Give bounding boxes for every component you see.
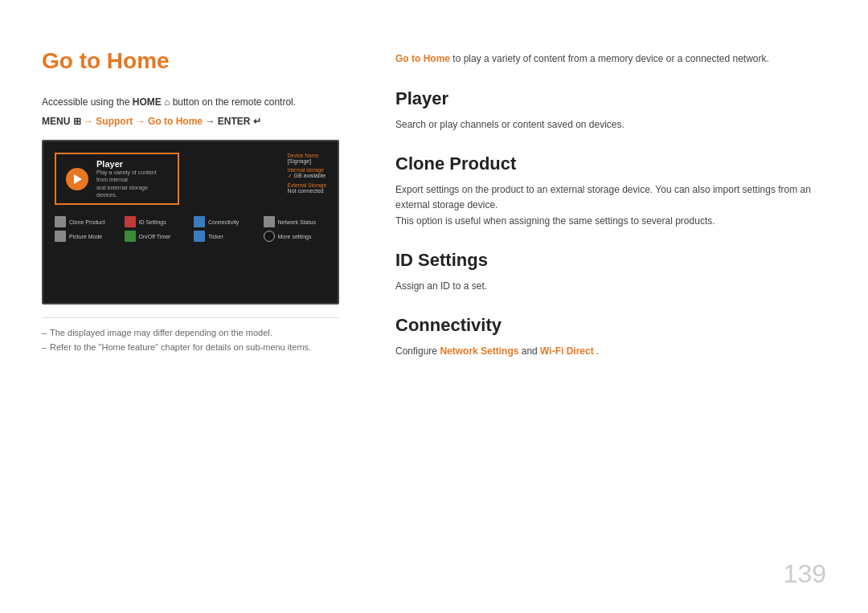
intro-text: Go to Home to play a variety of content …: [395, 51, 826, 66]
connectivity-prefix: Configure: [395, 345, 440, 357]
section-text-id: Assign an ID to a set.: [395, 279, 826, 294]
onoff-icon: [125, 231, 136, 242]
player-sublabel: Play a variety of content from internala…: [96, 169, 168, 198]
note-2: Refer to the "Home feature" chapter for …: [42, 342, 363, 352]
device-name-value: [Signage]: [288, 158, 326, 164]
menu-item-id: ID Settings: [125, 216, 188, 227]
internal-storage-label: Internal storage: [288, 167, 326, 173]
menu-item-picture: Picture Mode: [55, 231, 118, 242]
player-label: Player: [96, 159, 168, 169]
menu-item-network: Network Status: [264, 216, 327, 227]
menu-path: MENU ⊞ → Support → Go to Home → ENTER ↵: [42, 116, 363, 127]
connectivity-mid: and: [522, 345, 540, 357]
picture-label: Picture Mode: [69, 234, 102, 239]
picture-icon: [55, 231, 66, 242]
section-title-clone: Clone Product: [395, 153, 826, 174]
enter-text: → ENTER: [205, 116, 252, 127]
page-number: 139: [784, 559, 826, 589]
section-title-player: Player: [395, 88, 826, 109]
menu-row-2: Picture Mode On/Off Timer Ticker ○ M: [55, 231, 326, 242]
home-bold: HOME: [133, 96, 162, 108]
go-to-home-link: Go to Home: [148, 116, 203, 127]
player-box: Player Play a variety of content from in…: [55, 153, 179, 205]
clone-label: Clone Product: [69, 219, 104, 225]
intro-highlight: Go to Home: [395, 53, 450, 64]
menu-item-onoff: On/Off Timer: [125, 231, 188, 242]
id-label: ID Settings: [139, 219, 166, 225]
section-text-connectivity: Configure Network Settings and Wi-Fi Dir…: [395, 344, 826, 359]
arrow1: →: [84, 116, 96, 127]
right-column: Go to Home to play a variety of content …: [395, 48, 826, 581]
tv-inner: Player Play a variety of content from in…: [55, 153, 326, 292]
tv-screenshot: Player Play a variety of content from in…: [42, 140, 339, 304]
external-storage-label: External Storage: [288, 182, 326, 188]
wifi-direct-link: Wi-Fi Direct: [540, 345, 594, 357]
more-label: More settings: [278, 234, 312, 239]
menu-item-ticker: Ticker: [194, 231, 257, 242]
connectivity-label: Connectivity: [208, 219, 239, 225]
accessible-prefix: Accessible using the: [42, 96, 133, 108]
menu-row-1: Clone Product ID Settings Connectivity: [55, 216, 326, 227]
arrow2: →: [136, 116, 148, 127]
enter-icon: ↵: [253, 116, 261, 127]
menu-item-more: ○ More settings: [264, 231, 327, 242]
ticker-icon: [194, 231, 205, 242]
support-link: Support: [96, 116, 133, 127]
ticker-label: Ticker: [208, 234, 223, 239]
id-icon: [125, 216, 136, 227]
section-text-player: Search or play channels or content saved…: [395, 117, 826, 133]
internal-storage-item: Internal storage ✓ GB available: [288, 167, 326, 179]
menu-item-clone: Clone Product: [55, 216, 118, 227]
player-section: Player Play a variety of content from in…: [55, 153, 326, 205]
device-name-item: Device Name [Signage]: [288, 153, 326, 164]
divider: [42, 317, 339, 318]
connectivity-icon: [194, 216, 205, 227]
menu-prefix: MENU: [42, 116, 73, 127]
intro-suffix: to play a variety of content from a memo…: [452, 53, 769, 64]
external-storage-item: External Storage Not connected: [288, 182, 326, 194]
internal-storage-value: ✓ GB available: [288, 173, 326, 179]
play-triangle: [74, 174, 82, 184]
menu-item-connectivity: Connectivity: [194, 216, 257, 227]
device-info: Device Name [Signage] Internal storage ✓…: [288, 153, 326, 194]
player-text: Player Play a variety of content from in…: [96, 159, 168, 198]
home-icon: ⌂: [164, 96, 170, 108]
left-column: Go to Home Accessible using the HOME ⌂ b…: [42, 48, 363, 581]
page-container: Go to Home Accessible using the HOME ⌂ b…: [0, 0, 868, 613]
network-icon: [264, 216, 275, 227]
more-icon: ○: [264, 231, 275, 242]
note-1: The displayed image may differ depending…: [42, 328, 363, 337]
menu-icon: ⊞: [73, 116, 81, 127]
connectivity-suffix: .: [596, 345, 599, 357]
section-text-clone: Export settings on the product to an ext…: [395, 182, 826, 229]
section-title-id: ID Settings: [395, 250, 826, 271]
play-icon: [66, 168, 88, 190]
page-title: Go to Home: [42, 48, 363, 74]
network-settings-link: Network Settings: [440, 345, 518, 357]
accessible-text: Accessible using the HOME ⌂ button on th…: [42, 96, 363, 108]
external-storage-value: Not connected: [288, 188, 326, 194]
clone-icon: [55, 216, 66, 227]
onoff-label: On/Off Timer: [139, 234, 171, 239]
accessible-suffix: button on the remote control.: [173, 96, 296, 108]
section-title-connectivity: Connectivity: [395, 315, 826, 336]
device-name-label: Device Name: [288, 153, 326, 158]
network-label: Network Status: [278, 219, 316, 225]
tv-menu-items: Clone Product ID Settings Connectivity: [55, 216, 326, 242]
